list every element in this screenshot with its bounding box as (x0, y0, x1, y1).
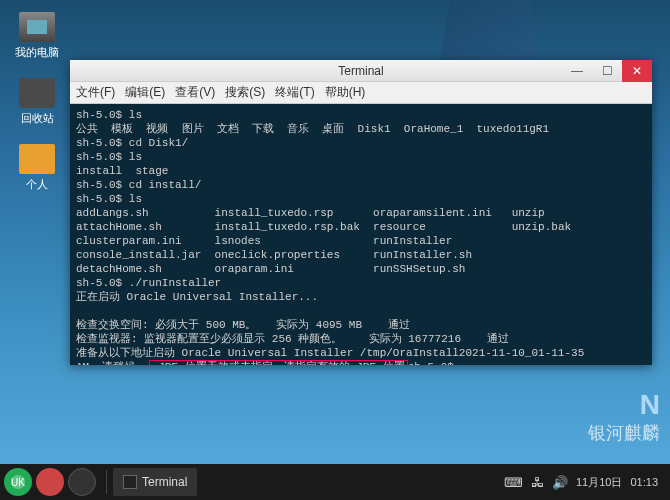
terminal-window: Terminal — ☐ ✕ 文件(F) 编辑(E) 查看(V) 搜索(S) 终… (70, 60, 652, 365)
terminal-line: sh-5.0$ ls (76, 151, 142, 163)
desktop-icon-trash[interactable]: 回收站 (12, 78, 62, 126)
taskbar-item-label: Terminal (142, 475, 187, 489)
menu-view[interactable]: 查看(V) (175, 84, 215, 101)
terminal-line: 正在启动 Oracle Universal Installer... (76, 291, 318, 303)
os-watermark: N 银河麒麟 (588, 389, 660, 445)
watermark-text: 银河麒麟 (588, 421, 660, 445)
error-highlight: .JRE 位置无效或未指定。请指定有效的 JRE 位置 (149, 360, 408, 365)
terminal-line: addLangs.sh install_tuxedo.rsp oraparams… (76, 207, 545, 219)
menu-terminal[interactable]: 终端(T) (275, 84, 314, 101)
window-title: Terminal (338, 64, 383, 78)
terminal-output[interactable]: sh-5.0$ ls 公共 模板 视频 图片 文档 下载 音乐 桌面 Disk1… (70, 104, 652, 365)
terminal-line: console_install.jar oneclick.properties … (76, 249, 472, 261)
folder-icon (19, 144, 55, 174)
terminal-line-prefix: AM. 请稍候 . (76, 361, 149, 365)
terminal-line: clusterparam.ini lsnodes runInstaller (76, 235, 452, 247)
taskbar-item-terminal[interactable]: Terminal (113, 468, 197, 496)
menu-edit[interactable]: 编辑(E) (125, 84, 165, 101)
terminal-line: 准备从以下地址启动 Oracle Universal Installer /tm… (76, 347, 584, 359)
sound-icon[interactable]: 🔊 (552, 475, 568, 490)
terminal-line: detachHome.sh oraparam.ini runSSHSetup.s… (76, 263, 465, 275)
terminal-line: 检查交换空间: 必须大于 500 MB。 实际为 4095 MB 通过 (76, 319, 410, 331)
terminal-line: 检查监视器: 监视器配置至少必须显示 256 种颜色。 实际为 16777216… (76, 333, 509, 345)
terminal-line: sh-5.0$ ls (76, 193, 142, 205)
network-icon[interactable]: 🖧 (531, 475, 544, 490)
taskbar-separator (106, 470, 107, 494)
window-titlebar[interactable]: Terminal — ☐ ✕ (70, 60, 652, 82)
desktop-icon-label: 个人 (12, 177, 62, 192)
tray-date[interactable]: 11月10日 (576, 475, 622, 490)
computer-icon (19, 12, 55, 42)
desktop-icon-personal[interactable]: 个人 (12, 144, 62, 192)
close-button[interactable]: ✕ (622, 60, 652, 82)
watermark-symbol: N (588, 389, 660, 421)
terminal-line: 公共 模板 视频 图片 文档 下载 音乐 桌面 Disk1 OraHome_1 … (76, 123, 549, 135)
desktop-icon-computer[interactable]: 我的电脑 (12, 12, 62, 60)
taskbar-app-2[interactable] (68, 468, 96, 496)
terminal-line: sh-5.0$ cd install/ (76, 179, 201, 191)
terminal-line: sh-5.0$ ls (76, 109, 142, 121)
tray-time[interactable]: 01:13 (630, 476, 658, 488)
terminal-line-suffix: sh-5.0$ (408, 361, 454, 365)
menu-help[interactable]: 帮助(H) (325, 84, 366, 101)
desktop-icon-label: 我的电脑 (12, 45, 62, 60)
terminal-line: attachHome.sh install_tuxedo.rsp.bak res… (76, 221, 571, 233)
terminal-line: sh-5.0$ ./runInstaller (76, 277, 221, 289)
taskbar-app-1[interactable] (36, 468, 64, 496)
terminal-icon (123, 475, 137, 489)
terminal-line: install stage (76, 165, 168, 177)
desktop-icon-label: 回收站 (12, 111, 62, 126)
start-button[interactable]: UK (4, 468, 32, 496)
svg-text:UK: UK (11, 477, 25, 488)
menu-search[interactable]: 搜索(S) (225, 84, 265, 101)
system-tray: ⌨ 🖧 🔊 11月10日 01:13 (504, 475, 666, 490)
terminal-line: sh-5.0$ cd Disk1/ (76, 137, 188, 149)
taskbar: UK Terminal ⌨ 🖧 🔊 11月10日 01:13 (0, 464, 670, 500)
minimize-button[interactable]: — (562, 60, 592, 82)
window-controls: — ☐ ✕ (562, 60, 652, 82)
menu-file[interactable]: 文件(F) (76, 84, 115, 101)
menubar: 文件(F) 编辑(E) 查看(V) 搜索(S) 终端(T) 帮助(H) (70, 82, 652, 104)
trash-icon (19, 78, 55, 108)
keyboard-icon[interactable]: ⌨ (504, 475, 523, 490)
maximize-button[interactable]: ☐ (592, 60, 622, 82)
